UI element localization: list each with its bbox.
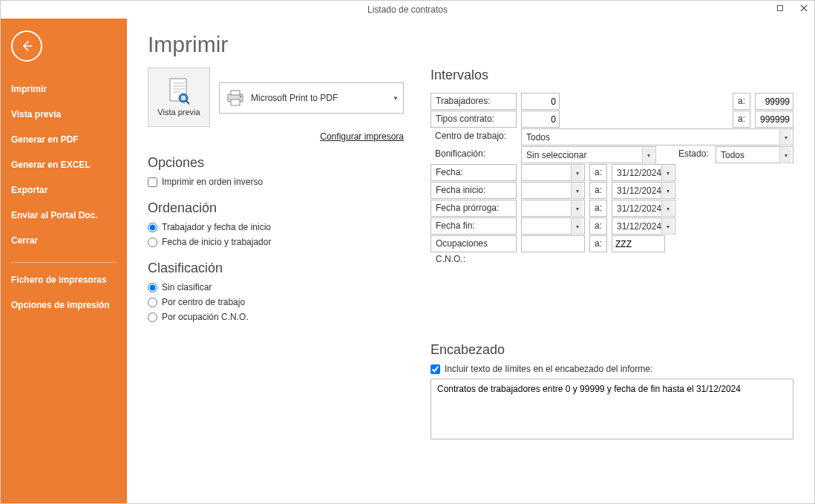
centro-value: Todos bbox=[526, 132, 550, 143]
ordenacion-fecha-trabajador[interactable]: Fecha de inicio y trabajador bbox=[148, 237, 404, 247]
tipos-contrato-label: Tipos contrato: bbox=[431, 111, 517, 128]
clasificacion-r1-label: Sin clasificar bbox=[162, 282, 212, 292]
fecha-inicio-label: Fecha inicio: bbox=[431, 182, 517, 199]
configure-printer-link[interactable]: Configurar impresora bbox=[320, 131, 404, 142]
tipos-from-input[interactable] bbox=[521, 111, 560, 128]
sidebar-item-generar-excel[interactable]: Generar en EXCEL bbox=[1, 152, 127, 177]
reverse-order-checkbox[interactable]: Imprimir en orden inverso bbox=[148, 177, 404, 187]
a-label-ocup: a: bbox=[589, 235, 607, 252]
a-label-2: a: bbox=[733, 111, 750, 128]
chevron-down-icon: ▾ bbox=[571, 200, 583, 216]
vista-previa-button[interactable]: Vista previa bbox=[148, 68, 210, 127]
svg-rect-0 bbox=[778, 6, 783, 11]
chevron-down-icon: ▾ bbox=[661, 200, 673, 216]
clasificacion-r3-input[interactable] bbox=[148, 312, 157, 322]
clasificacion-r3-label: Por ocupación C.N.O. bbox=[162, 312, 249, 322]
window-close-button[interactable] bbox=[793, 1, 814, 16]
ocupaciones-label: Ocupaciones C.N.O.: bbox=[431, 235, 517, 252]
clasificacion-r2-label: Por centro de trabajo bbox=[162, 297, 245, 307]
titlebar: Listado de contratos bbox=[1, 1, 814, 19]
sidebar: Imprimir Vista previa Generar en PDF Gen… bbox=[1, 19, 127, 503]
fecha-prorroga-label: Fecha prórroga: bbox=[431, 200, 517, 217]
window-restore-button[interactable] bbox=[770, 1, 791, 16]
ocupaciones-to-input[interactable] bbox=[612, 235, 665, 252]
fecha-label: Fecha: bbox=[431, 164, 517, 181]
intervalos-heading: Intervalos bbox=[431, 68, 793, 83]
clasificacion-heading: Clasificación bbox=[148, 261, 404, 276]
centro-label: Centro de trabajo: bbox=[431, 128, 517, 145]
reverse-order-label: Imprimir en orden inverso bbox=[162, 177, 263, 187]
fecha-fin-from-select[interactable]: ▾ bbox=[521, 217, 585, 235]
fecha-inicio-to-select[interactable]: 31/12/2024▾ bbox=[612, 182, 675, 199]
clasificacion-sin[interactable]: Sin clasificar bbox=[148, 282, 404, 292]
a-label-ffin: a: bbox=[589, 217, 607, 235]
sidebar-item-exportar[interactable]: Exportar bbox=[1, 177, 127, 203]
ordenacion-r2-label: Fecha de inicio y trabajador bbox=[162, 237, 271, 247]
fecha-to-select[interactable]: 31/12/2024▾ bbox=[612, 164, 675, 181]
clasificacion-ocupacion[interactable]: Por ocupación C.N.O. bbox=[148, 312, 404, 322]
chevron-down-icon: ▾ bbox=[571, 183, 583, 198]
sidebar-item-vista-previa[interactable]: Vista previa bbox=[1, 102, 127, 127]
sidebar-item-generar-pdf[interactable]: Generar en PDF bbox=[1, 127, 127, 152]
page-title: Imprimir bbox=[148, 32, 793, 57]
a-label-fecha: a: bbox=[589, 164, 607, 181]
sidebar-item-fichero-impresoras[interactable]: Fichero de impresoras bbox=[1, 267, 127, 292]
a-label-finicio: a: bbox=[589, 182, 607, 199]
document-magnify-icon bbox=[168, 78, 189, 105]
estado-label: Estado: bbox=[674, 146, 711, 163]
bonificacion-label: Bonificación: bbox=[431, 146, 517, 163]
encabezado-textarea[interactable] bbox=[431, 379, 793, 439]
svg-rect-6 bbox=[231, 99, 240, 105]
chevron-down-icon: ▾ bbox=[661, 218, 673, 234]
fecha-inicio-from-select[interactable]: ▾ bbox=[521, 182, 585, 199]
fecha-fin-to-select[interactable]: 31/12/2024▾ bbox=[612, 217, 675, 235]
trabajadores-to-input[interactable] bbox=[755, 93, 793, 110]
ordenacion-r1-label: Trabajador y fecha de inicio bbox=[162, 222, 271, 232]
bonificacion-select[interactable]: Sin seleccionar ▾ bbox=[521, 146, 656, 163]
fecha-prorroga-from-select[interactable]: ▾ bbox=[521, 200, 585, 217]
chevron-down-icon: ▾ bbox=[661, 165, 673, 180]
back-button[interactable] bbox=[11, 30, 42, 62]
chevron-down-icon: ▾ bbox=[779, 147, 791, 163]
incluir-encabezado-label: Incluir texto de límites en el encabezad… bbox=[445, 364, 652, 374]
vista-previa-label: Vista previa bbox=[157, 108, 200, 117]
clasificacion-centro[interactable]: Por centro de trabajo bbox=[148, 297, 404, 307]
printer-name: Microsoft Print to PDF bbox=[251, 93, 338, 103]
ocupaciones-from-input[interactable] bbox=[521, 235, 585, 252]
chevron-down-icon: ▾ bbox=[661, 183, 673, 198]
a-label-fprorroga: a: bbox=[589, 200, 607, 217]
svg-point-7 bbox=[240, 96, 242, 98]
printer-select[interactable]: Microsoft Print to PDF ▼ bbox=[219, 82, 404, 114]
sidebar-separator bbox=[11, 262, 117, 263]
estado-select[interactable]: Todos ▾ bbox=[716, 146, 793, 163]
centro-select[interactable]: Todos ▾ bbox=[521, 128, 793, 145]
incluir-encabezado-checkbox[interactable]: Incluir texto de límites en el encabezad… bbox=[431, 364, 793, 374]
sidebar-item-cerrar[interactable]: Cerrar bbox=[1, 228, 127, 253]
ordenacion-heading: Ordenación bbox=[148, 200, 404, 216]
main-panel: Imprimir Vista previa bbox=[127, 19, 814, 503]
window-title: Listado de contratos bbox=[367, 4, 448, 15]
clasificacion-r2-input[interactable] bbox=[148, 298, 157, 307]
chevron-down-icon: ▼ bbox=[393, 95, 399, 102]
sidebar-item-opciones-impresion[interactable]: Opciones de impresión bbox=[1, 292, 127, 318]
chevron-down-icon: ▾ bbox=[571, 218, 583, 234]
incluir-encabezado-input[interactable] bbox=[431, 364, 440, 374]
ordenacion-r2-input[interactable] bbox=[148, 238, 157, 247]
sidebar-item-enviar-portal[interactable]: Enviar al Portal Doc. bbox=[1, 203, 127, 228]
fecha-prorroga-to-select[interactable]: 31/12/2024▾ bbox=[612, 200, 675, 217]
printer-icon bbox=[226, 90, 245, 106]
ordenacion-trabajador-fecha[interactable]: Trabajador y fecha de inicio bbox=[148, 222, 404, 232]
estado-value: Todos bbox=[721, 150, 744, 160]
fecha-from-select[interactable]: ▾ bbox=[521, 164, 585, 181]
back-arrow-icon bbox=[19, 39, 34, 53]
clasificacion-r1-input[interactable] bbox=[148, 283, 157, 292]
reverse-order-input[interactable] bbox=[148, 177, 157, 187]
trabajadores-from-input[interactable] bbox=[521, 93, 560, 110]
ordenacion-r1-input[interactable] bbox=[148, 223, 157, 232]
sidebar-item-imprimir[interactable]: Imprimir bbox=[1, 76, 127, 102]
chevron-down-icon: ▾ bbox=[779, 129, 791, 145]
chevron-down-icon: ▾ bbox=[642, 147, 654, 163]
svg-rect-5 bbox=[231, 91, 240, 95]
tipos-to-input[interactable] bbox=[755, 111, 793, 128]
opciones-heading: Opciones bbox=[148, 155, 404, 171]
